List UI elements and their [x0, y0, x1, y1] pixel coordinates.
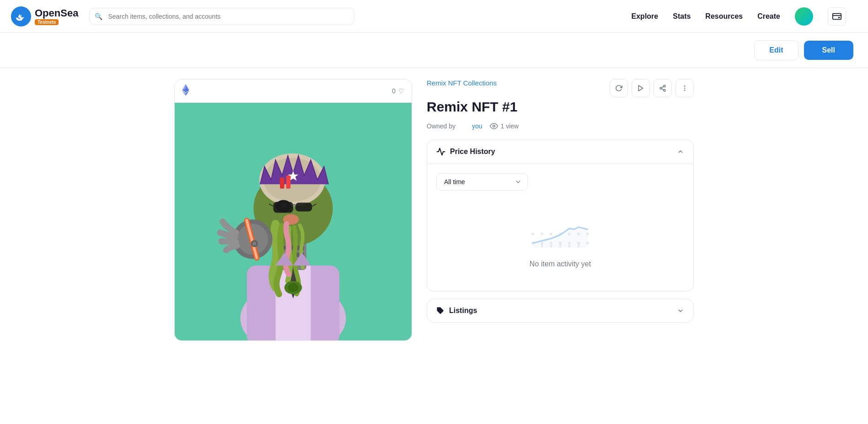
price-history-title: Price History — [450, 148, 495, 156]
main-content: 0 ♡ — [160, 68, 708, 352]
logo-icon — [11, 6, 31, 26]
more-button[interactable] — [675, 79, 694, 97]
svg-point-33 — [288, 283, 298, 292]
svg-rect-60 — [550, 244, 552, 248]
share-button[interactable] — [654, 79, 672, 97]
svg-point-31 — [252, 242, 256, 245]
top-row: Remix NFT Collections — [427, 79, 694, 97]
action-icons — [610, 79, 694, 97]
svg-rect-59 — [541, 244, 543, 248]
svg-point-51 — [531, 233, 534, 235]
nav: Explore Stats Resources Create — [632, 7, 846, 26]
svg-point-40 — [684, 85, 686, 87]
ownership-row: Owned by you 1 view — [427, 122, 694, 130]
svg-point-41 — [684, 88, 686, 89]
listings-title: Listings — [449, 307, 477, 315]
nft-image — [175, 103, 412, 340]
owned-by-label: Owned by — [427, 122, 455, 130]
send-button[interactable] — [632, 79, 650, 97]
wallet-icon[interactable] — [828, 7, 846, 26]
refresh-button[interactable] — [610, 79, 628, 97]
tag-icon — [436, 307, 445, 315]
listings-card: Listings — [427, 299, 694, 323]
listings-title-area: Listings — [436, 307, 477, 315]
logo[interactable]: OpenSea Testnets — [11, 6, 78, 26]
left-panel: 0 ♡ — [174, 79, 412, 341]
svg-rect-63 — [578, 244, 579, 248]
price-history-header[interactable]: Price History — [427, 140, 693, 164]
svg-rect-17 — [286, 175, 291, 189]
sell-button[interactable]: Sell — [804, 41, 853, 60]
svg-point-53 — [550, 233, 552, 235]
nav-create[interactable]: Create — [757, 12, 780, 21]
right-panel: Remix NFT Collections — [427, 79, 694, 341]
nft-title: Remix NFT #1 — [427, 99, 694, 115]
search-bar: 🔍 — [89, 8, 354, 25]
chart-placeholder — [528, 213, 592, 254]
chevron-down-icon — [677, 307, 684, 314]
owner-link[interactable]: you — [472, 122, 482, 130]
price-history-title-area: Price History — [436, 147, 495, 156]
nft-card-header: 0 ♡ — [175, 80, 412, 103]
heart-icon[interactable]: ♡ — [398, 87, 404, 95]
chart-area: No item activity yet — [436, 200, 684, 282]
svg-marker-34 — [638, 85, 643, 91]
svg-rect-2 — [838, 16, 840, 18]
logo-text-group: OpenSea Testnets — [35, 7, 78, 25]
svg-point-43 — [493, 125, 495, 127]
ethereum-icon — [182, 84, 189, 98]
svg-line-38 — [662, 89, 664, 90]
svg-point-52 — [541, 233, 543, 235]
svg-rect-16 — [280, 178, 284, 189]
header: OpenSea Testnets 🔍 Explore Stats Resourc… — [0, 0, 868, 33]
listings-header[interactable]: Listings — [427, 299, 693, 322]
collection-link[interactable]: Remix NFT Collections — [427, 79, 497, 87]
svg-rect-62 — [568, 244, 570, 248]
no-activity-text: No item activity yet — [530, 260, 591, 268]
svg-rect-20 — [273, 202, 293, 213]
search-icon: 🔍 — [95, 13, 102, 20]
avatar[interactable] — [795, 7, 813, 26]
chevron-up-icon — [677, 148, 684, 155]
nav-resources[interactable]: Resources — [705, 12, 743, 21]
svg-rect-0 — [833, 13, 841, 19]
chart-icon — [436, 147, 445, 156]
eye-icon — [490, 122, 498, 130]
logo-label: OpenSea — [35, 7, 78, 19]
svg-rect-61 — [559, 244, 561, 248]
svg-rect-21 — [295, 203, 312, 212]
action-bar: Edit Sell — [0, 33, 868, 68]
price-history-body: All time Last 7 days Last 30 days Last 9… — [427, 164, 693, 291]
nav-stats[interactable]: Stats — [673, 12, 691, 21]
nav-explore[interactable]: Explore — [632, 12, 659, 21]
svg-line-39 — [662, 86, 664, 88]
like-area: 0 ♡ — [392, 87, 404, 95]
testnets-badge: Testnets — [35, 19, 59, 25]
nft-card: 0 ♡ — [174, 79, 412, 341]
edit-button[interactable]: Edit — [754, 40, 798, 60]
time-filter-select[interactable]: All time Last 7 days Last 30 days Last 9… — [436, 173, 528, 191]
view-count: 1 view — [501, 122, 519, 130]
svg-point-42 — [684, 90, 686, 91]
price-history-card: Price History All time Last 7 days Last … — [427, 139, 694, 292]
like-count: 0 — [392, 87, 396, 95]
search-input[interactable] — [89, 8, 354, 25]
views-area: 1 view — [490, 122, 519, 130]
